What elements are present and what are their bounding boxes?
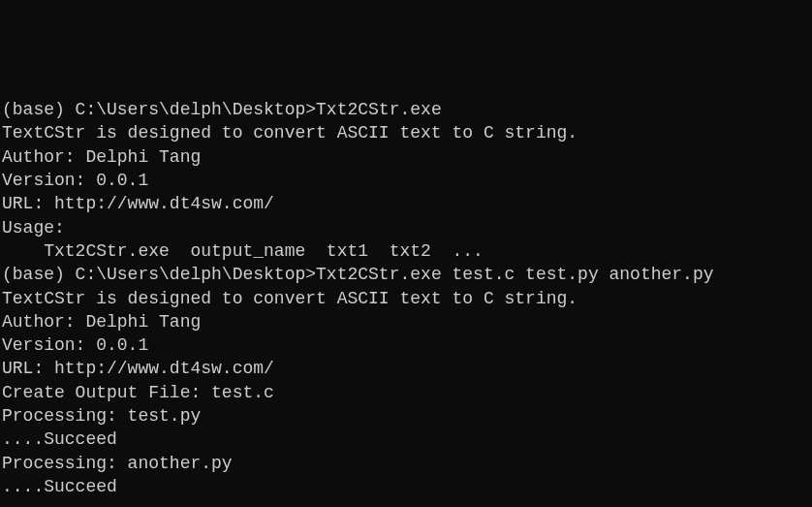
succeed-line: ....Succeed [2,428,810,451]
url-line: URL: http://www.dt4sw.com/ [2,357,810,380]
shell-prompt: (base) C:\Users\delph\Desktop> [2,100,316,119]
author-line: Author: Delphi Tang [2,310,810,333]
processing-line: Processing: test.py [2,404,810,428]
shell-prompt: (base) C:\Users\delph\Desktop> [2,265,316,284]
succeed-line: ....Succeed [2,475,810,498]
usage-line: Txt2CStr.exe output_name txt1 txt2 ... [2,239,810,263]
author-line: Author: Delphi Tang [2,145,810,169]
processing-line: Processing: another.py [2,452,810,475]
terminal-window[interactable]: (base) C:\Users\delph\Desktop>Txt2CStr.e… [2,98,810,498]
usage-header: Usage: [2,216,810,239]
banner-line: TextCStr is designed to convert ASCII te… [2,287,810,310]
prompt-line-2: (base) C:\Users\delph\Desktop>Txt2CStr.e… [2,263,810,286]
banner-line: TextCStr is designed to convert ASCII te… [2,121,810,144]
create-output-line: Create Output File: test.c [2,381,810,404]
command-text: Txt2CStr.exe [316,100,442,119]
command-text: Txt2CStr.exe test.c test.py another.py [316,265,713,284]
url-line: URL: http://www.dt4sw.com/ [2,192,810,215]
version-line: Version: 0.0.1 [2,333,810,357]
prompt-line-1: (base) C:\Users\delph\Desktop>Txt2CStr.e… [2,98,810,121]
version-line: Version: 0.0.1 [2,169,810,192]
